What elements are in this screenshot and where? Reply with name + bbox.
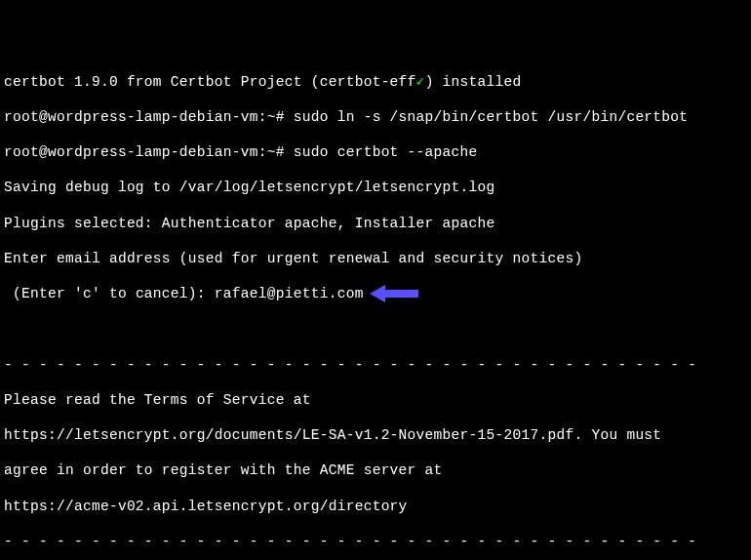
terminal-line: certbot 1.9.0 from Certbot Project (cert…	[4, 73, 747, 91]
terminal-line	[4, 320, 747, 338]
terminal-line: root@wordpress-lamp-debian-vm:~# sudo ln…	[4, 108, 747, 126]
check-icon: ✓	[416, 74, 425, 90]
terminal-line: Please read the Terms of Service at	[4, 391, 747, 409]
terminal-line: (Enter 'c' to cancel): rafael@pietti.com	[4, 285, 747, 302]
terminal-line: root@wordpress-lamp-debian-vm:~# sudo ce…	[4, 143, 747, 161]
terminal-line: https://acme-v02.api.letsencrypt.org/dir…	[4, 498, 747, 515]
svg-marker-0	[370, 285, 418, 302]
arrow-left-icon	[370, 285, 418, 302]
terminal-line: - - - - - - - - - - - - - - - - - - - - …	[4, 533, 747, 550]
terminal-line: Plugins selected: Authenticator apache, …	[4, 215, 747, 232]
terminal-line: Saving debug log to /var/log/letsencrypt…	[4, 179, 747, 196]
terminal-line: Enter email address (used for urgent ren…	[4, 250, 747, 267]
terminal-line: https://letsencrypt.org/documents/LE-SA-…	[4, 426, 747, 444]
terminal-line: - - - - - - - - - - - - - - - - - - - - …	[4, 356, 747, 374]
terminal-line: agree in order to register with the ACME…	[4, 461, 747, 479]
